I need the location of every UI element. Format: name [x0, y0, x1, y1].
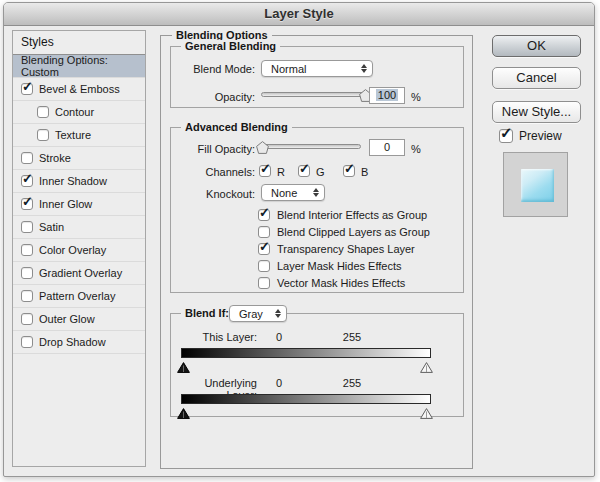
advanced-option-row[interactable]: Vector Mask Hides Effects: [258, 274, 430, 291]
option-label: Transparency Shapes Layer: [277, 243, 415, 255]
new-style-button[interactable]: New Style...: [492, 101, 581, 123]
option-checkbox[interactable]: [258, 260, 270, 272]
style-checkbox[interactable]: [37, 129, 49, 141]
sidebar-style-item[interactable]: Gradient Overlay: [13, 262, 145, 285]
general-blending-group: General Blending Blend Mode: Normal Opac…: [170, 46, 464, 108]
blend-mode-select[interactable]: Normal: [261, 60, 373, 77]
this-layer-label: This Layer:: [171, 331, 257, 343]
stepper-arrows-icon: [275, 309, 281, 318]
advanced-blending-group: Advanced Blending Fill Opacity: 0 % Chan…: [170, 127, 464, 293]
sidebar-style-item[interactable]: Blending Options: Custom: [13, 55, 145, 78]
knockout-label: Knockout:: [171, 188, 255, 200]
this-layer-black-marker[interactable]: [177, 359, 190, 370]
channel-b-label: B: [361, 166, 368, 178]
fill-opacity-slider[interactable]: [261, 144, 361, 149]
blend-if-select[interactable]: Gray: [229, 305, 287, 322]
sidebar-style-item[interactable]: Inner Glow: [13, 193, 145, 216]
sidebar-style-item[interactable]: Drop Shadow: [13, 331, 145, 354]
style-checkbox[interactable]: [21, 221, 33, 233]
preview-checkbox[interactable]: [499, 129, 513, 143]
style-label: Outer Glow: [39, 313, 95, 325]
style-checkbox[interactable]: [21, 313, 33, 325]
opacity-label: Opacity:: [171, 91, 255, 103]
style-label: Texture: [55, 129, 91, 141]
style-checkbox[interactable]: [37, 106, 49, 118]
style-checkbox[interactable]: [21, 244, 33, 256]
option-checkbox[interactable]: [258, 277, 270, 289]
style-label: Stroke: [39, 152, 71, 164]
style-checkbox[interactable]: [21, 336, 33, 348]
option-label: Layer Mask Hides Effects: [277, 260, 402, 272]
this-layer-min: 0: [267, 331, 291, 343]
blend-if-group: Blend If: Gray This Layer: 0 255 Underly…: [170, 313, 464, 417]
this-layer-slider-block: This Layer: 0 255: [171, 328, 465, 374]
style-checkbox[interactable]: [21, 175, 33, 187]
style-label: Blending Options: Custom: [21, 54, 145, 78]
advanced-option-row[interactable]: Layer Mask Hides Effects: [258, 257, 430, 274]
style-checkbox[interactable]: [21, 152, 33, 164]
cancel-button[interactable]: Cancel: [492, 67, 581, 89]
style-label: Bevel & Emboss: [39, 83, 120, 95]
sidebar-style-item[interactable]: Stroke: [13, 147, 145, 170]
style-checkbox[interactable]: [21, 267, 33, 279]
this-layer-max: 255: [337, 331, 367, 343]
sidebar-style-item[interactable]: Outer Glow: [13, 308, 145, 331]
ok-button[interactable]: OK: [492, 35, 581, 57]
sidebar-style-item[interactable]: Bevel & Emboss: [13, 78, 145, 101]
underlying-layer-slider-block: Underlying Layer: 0 255: [171, 374, 465, 420]
style-label: Pattern Overlay: [39, 290, 115, 302]
title-bar[interactable]: Layer Style: [4, 3, 594, 26]
advanced-options-list: Blend Interior Effects as Group Blend Cl…: [258, 206, 430, 291]
style-checkbox[interactable]: [21, 290, 33, 302]
sidebar-style-item[interactable]: Pattern Overlay: [13, 285, 145, 308]
opacity-input[interactable]: 100: [369, 87, 405, 104]
styles-list: Blending Options: Custom Bevel & Emboss …: [13, 55, 145, 354]
opacity-percent: %: [411, 91, 421, 103]
stepper-arrows-icon: [313, 188, 319, 197]
layer-style-dialog-stage: Layer Style Styles Blending Options: Cus…: [0, 0, 600, 482]
style-checkbox[interactable]: [21, 198, 33, 210]
style-label: Color Overlay: [39, 244, 106, 256]
blend-mode-value: Normal: [271, 63, 306, 75]
fill-opacity-input[interactable]: 0: [369, 139, 405, 156]
option-checkbox[interactable]: [258, 209, 270, 221]
stepper-arrows-icon: [361, 64, 367, 73]
opacity-value: 100: [376, 89, 398, 101]
option-label: Vector Mask Hides Effects: [277, 277, 405, 289]
sidebar-style-item[interactable]: Texture: [13, 124, 145, 147]
advanced-option-row[interactable]: Blend Clipped Layers as Group: [258, 223, 430, 240]
underlying-layer-black-marker[interactable]: [177, 405, 190, 416]
style-label: Inner Shadow: [39, 175, 107, 187]
sidebar-style-item[interactable]: Satin: [13, 216, 145, 239]
knockout-value: None: [271, 187, 297, 199]
underlying-layer-min: 0: [267, 377, 291, 389]
preview-toggle[interactable]: Preview: [499, 129, 562, 143]
style-label: Satin: [39, 221, 64, 233]
option-checkbox[interactable]: [258, 243, 270, 255]
advanced-blending-title: Advanced Blending: [181, 121, 292, 133]
advanced-option-row[interactable]: Blend Interior Effects as Group: [258, 206, 430, 223]
fill-opacity-slider-thumb[interactable]: [256, 140, 269, 153]
underlying-layer-white-marker[interactable]: [420, 405, 433, 416]
preview-label: Preview: [519, 129, 562, 143]
channel-g-checkbox[interactable]: [298, 165, 310, 177]
channel-r-checkbox[interactable]: [259, 165, 271, 177]
knockout-select[interactable]: None: [261, 184, 325, 201]
underlying-layer-gradient-bar[interactable]: [181, 394, 431, 404]
option-label: Blend Clipped Layers as Group: [277, 226, 430, 238]
this-layer-gradient-bar[interactable]: [181, 348, 431, 358]
option-label: Blend Interior Effects as Group: [277, 209, 427, 221]
option-checkbox[interactable]: [258, 226, 270, 238]
sidebar-style-item[interactable]: Color Overlay: [13, 239, 145, 262]
sidebar-style-item[interactable]: Inner Shadow: [13, 170, 145, 193]
sidebar-style-item[interactable]: Contour: [13, 101, 145, 124]
opacity-slider[interactable]: [261, 92, 365, 97]
advanced-option-row[interactable]: Transparency Shapes Layer: [258, 240, 430, 257]
channel-b-checkbox[interactable]: [343, 165, 355, 177]
style-checkbox[interactable]: [21, 83, 33, 95]
blend-if-title: Blend If:: [181, 307, 233, 319]
channel-g-label: G: [316, 166, 325, 178]
this-layer-white-marker[interactable]: [420, 359, 433, 370]
channels-label: Channels:: [171, 166, 255, 178]
fill-opacity-value: 0: [384, 141, 390, 153]
